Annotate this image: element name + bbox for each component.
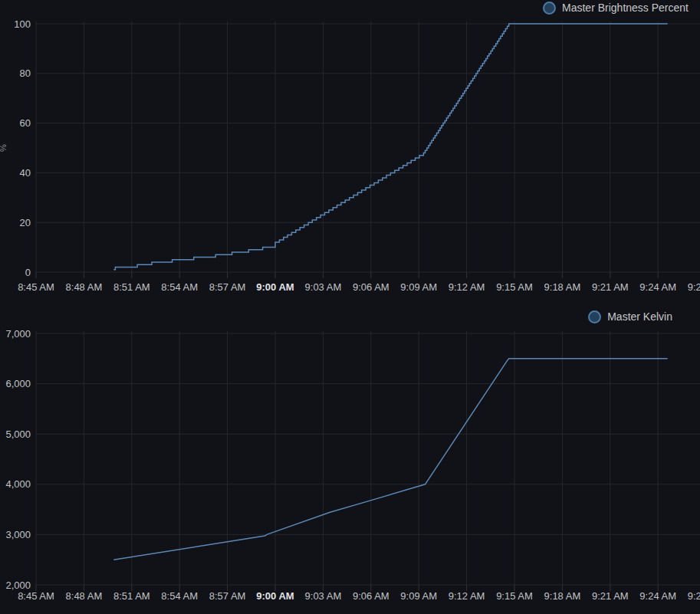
y-tick-label: 2,000 [5,580,31,591]
x-tick-label: 9:27 AM [688,590,700,602]
x-tick-label: 9:06 AM [353,590,389,602]
y-tick-label: 6,000 [5,378,31,389]
x-tick-label: 9:09 AM [400,590,437,602]
brightness-chart[interactable]: 8:45 AM8:48 AM8:51 AM8:54 AM8:57 AM9:00 … [0,0,700,299]
x-tick-label: 8:48 AM [66,590,103,602]
x-tick-label: 8:57 AM [209,590,246,602]
y-tick-label: 60 [20,117,31,129]
series-line [113,24,667,270]
x-tick-label: 9:15 AM [496,281,533,293]
y-tick-label: 40 [20,167,31,179]
x-tick-label: 8:57 AM [209,281,246,293]
y-tick-label: 7,000 [5,328,31,340]
x-tick-label: 9:18 AM [544,281,581,293]
dashboard: Master Brightness Percent 8:45 AM8:48 AM… [0,0,700,614]
y-tick-label: 4,000 [5,478,31,490]
x-tick-label: 9:12 AM [449,281,485,293]
x-axis: 8:45 AM8:48 AM8:51 AM8:54 AM8:57 AM9:00 … [18,585,700,602]
x-tick-label: 9:03 AM [305,281,342,293]
gridlines [36,21,700,272]
y-tick-label: 100 [14,18,31,30]
x-tick-label: 9:00 AM [256,590,294,602]
x-tick-label: 9:24 AM [639,281,676,293]
y-tick-label: 80 [20,67,31,79]
x-tick-label: 9:06 AM [353,281,389,293]
x-tick-label: 8:51 AM [113,590,150,602]
gridlines [36,331,700,585]
y-tick-label: 3,000 [5,529,31,540]
x-tick-label: 9:21 AM [592,590,629,602]
y-tick-label: 5,000 [5,428,31,440]
series-line [113,359,667,560]
x-tick-label: 9:18 AM [544,590,581,602]
y-tick-label: 20 [20,217,31,228]
x-tick-label: 8:45 AM [18,281,54,293]
x-tick-label: 9:24 AM [639,590,676,602]
x-tick-label: 8:45 AM [18,590,54,602]
y-axis: 2,0003,0004,0005,0006,0007,000 [5,328,31,591]
x-tick-label: 9:12 AM [449,590,485,602]
x-tick-label: 8:51 AM [113,281,150,293]
y-axis-unit-label: % [0,144,8,152]
x-tick-label: 8:54 AM [161,590,198,602]
y-tick-label: 0 [25,267,31,278]
x-tick-label: 9:00 AM [256,281,294,293]
kelvin-chart[interactable]: 8:45 AM8:48 AM8:51 AM8:54 AM8:57 AM9:00 … [0,299,700,614]
x-tick-label: 8:54 AM [161,281,198,293]
y-axis: 020406080100% [0,18,31,278]
x-tick-label: 8:48 AM [66,281,103,293]
x-axis: 8:45 AM8:48 AM8:51 AM8:54 AM8:57 AM9:00 … [18,272,700,293]
x-tick-label: 9:21 AM [592,281,629,293]
x-tick-label: 9:09 AM [400,281,437,293]
x-tick-label: 9:27 AM [688,281,700,293]
x-tick-label: 9:15 AM [496,590,533,602]
x-tick-label: 9:03 AM [305,590,342,602]
